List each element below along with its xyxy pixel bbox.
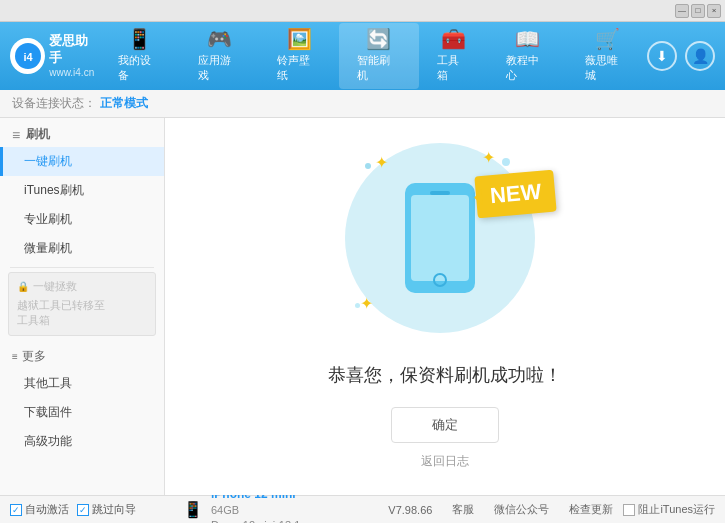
- device-storage: 64GB: [211, 503, 300, 518]
- auto-upgrade-cb-box: [10, 504, 22, 516]
- nav-right: ⬇ 👤: [647, 41, 715, 71]
- smart-flash-icon: 🔄: [366, 29, 391, 49]
- nav-mall-label: 薇思唯城: [585, 53, 629, 83]
- device-icon: 📱: [183, 500, 203, 519]
- skip-wizard-checkbox[interactable]: 跳过向导: [77, 502, 136, 517]
- sparkle-1: ✦: [375, 153, 388, 172]
- close-button[interactable]: ×: [707, 4, 721, 18]
- decorative-dot-2: [502, 158, 510, 166]
- sidebar: ≡ 刷机 一键刷机 iTunes刷机 专业刷机 微量刷机 🔒 一键拯救 越狱工具…: [0, 118, 165, 495]
- auto-upgrade-label: 自动激活: [25, 502, 69, 517]
- phone-illustration: NEW ✦ ✦ ✦: [345, 143, 545, 343]
- ringtones-icon: 🖼️: [287, 29, 312, 49]
- version-text: V7.98.66: [388, 504, 432, 516]
- phone-body: [405, 183, 475, 293]
- micro-flash-label: 微量刷机: [24, 241, 72, 255]
- user-button[interactable]: 👤: [685, 41, 715, 71]
- nav-toolbox[interactable]: 🧰 工具箱: [419, 23, 488, 89]
- device-model: Down-12mini-13,1: [211, 518, 300, 523]
- more-section-label: 更多: [22, 348, 46, 365]
- toolbox-icon: 🧰: [441, 29, 466, 49]
- skip-wizard-label: 跳过向导: [92, 502, 136, 517]
- sidebar-item-download-firmware[interactable]: 下载固件: [0, 398, 164, 427]
- advanced-label: 高级功能: [24, 434, 72, 448]
- sidebar-item-one-key-flash[interactable]: 一键刷机: [0, 147, 164, 176]
- download-button[interactable]: ⬇: [647, 41, 677, 71]
- no-itunes-checkbox[interactable]: [623, 504, 635, 516]
- itunes-flash-label: iTunes刷机: [24, 183, 84, 197]
- wechat-official-link[interactable]: 微信公众号: [494, 502, 549, 517]
- customer-service-link[interactable]: 客服: [452, 502, 474, 517]
- pro-flash-label: 专业刷机: [24, 212, 72, 226]
- app-logo: i4 爱思助手 www.i4.cn: [10, 33, 100, 80]
- nav-ringtones-label: 铃声壁纸: [277, 53, 321, 83]
- window-controls: — □ ×: [675, 4, 721, 18]
- phone-screen: [411, 195, 469, 281]
- nav-my-device[interactable]: 📱 我的设备: [100, 23, 180, 89]
- title-bar: — □ ×: [0, 0, 725, 22]
- sidebar-item-other-tools[interactable]: 其他工具: [0, 369, 164, 398]
- other-tools-label: 其他工具: [24, 376, 72, 390]
- flash-section-header: ≡ 刷机: [0, 118, 164, 147]
- new-badge: NEW: [474, 170, 557, 219]
- svg-text:i4: i4: [23, 51, 33, 63]
- no-itunes-section: 阻止iTunes运行: [623, 502, 715, 517]
- sparkle-2: ✦: [482, 148, 495, 167]
- bottom-right: V7.98.66 客服 微信公众号 检查更新: [388, 502, 613, 517]
- app-url: www.i4.cn: [49, 66, 100, 79]
- main-layout: ≡ 刷机 一键刷机 iTunes刷机 专业刷机 微量刷机 🔒 一键拯救 越狱工具…: [0, 118, 725, 495]
- nav-tutorial[interactable]: 📖 教程中心: [488, 23, 568, 89]
- more-section-header: ≡ 更多: [0, 340, 164, 369]
- maximize-button[interactable]: □: [691, 4, 705, 18]
- sidebar-item-pro-flash[interactable]: 专业刷机: [0, 205, 164, 234]
- sidebar-item-itunes-flash[interactable]: iTunes刷机: [0, 176, 164, 205]
- rescue-section: 🔒 一键拯救 越狱工具已转移至工具箱: [8, 272, 156, 336]
- nav-smart-flash-label: 智能刷机: [357, 53, 401, 83]
- nav-apps-label: 应用游戏: [198, 53, 242, 83]
- success-text: 恭喜您，保资料刷机成功啦！: [328, 363, 562, 387]
- app-name: 爱思助手: [49, 33, 100, 67]
- back-link[interactable]: 返回日志: [421, 453, 469, 470]
- bottom-left: 自动激活 跳过向导: [10, 502, 175, 517]
- minimize-button[interactable]: —: [675, 4, 689, 18]
- nav-items: 📱 我的设备 🎮 应用游戏 🖼️ 铃声壁纸 🔄 智能刷机 🧰 工具箱 📖 教程中…: [100, 23, 647, 89]
- more-section-icon: ≡: [12, 351, 18, 362]
- nav-smart-flash[interactable]: 🔄 智能刷机: [339, 23, 419, 89]
- phone-home-btn: [433, 273, 447, 287]
- status-bar: 设备连接状态： 正常模式: [0, 90, 725, 118]
- one-key-flash-label: 一键刷机: [24, 154, 72, 168]
- confirm-button[interactable]: 确定: [391, 407, 499, 443]
- top-nav: i4 爱思助手 www.i4.cn 📱 我的设备 🎮 应用游戏 🖼️ 铃声壁纸 …: [0, 22, 725, 90]
- no-itunes-label: 阻止iTunes运行: [638, 502, 715, 517]
- sidebar-item-advanced[interactable]: 高级功能: [0, 427, 164, 456]
- nav-toolbox-label: 工具箱: [437, 53, 470, 83]
- apps-icon: 🎮: [207, 29, 232, 49]
- connection-value: 正常模式: [100, 95, 148, 112]
- flash-section-icon: ≡: [12, 127, 20, 143]
- decorative-dot-1: [365, 163, 371, 169]
- mall-icon: 🛒: [595, 29, 620, 49]
- nav-tutorial-label: 教程中心: [506, 53, 550, 83]
- sidebar-item-micro-flash[interactable]: 微量刷机: [0, 234, 164, 263]
- content-area: NEW ✦ ✦ ✦ 恭喜您，保资料刷机成功啦！ 确定 返回日志: [165, 118, 725, 495]
- skip-wizard-cb-box: [77, 504, 89, 516]
- phone-notch-top: [430, 191, 450, 195]
- flash-section-label: 刷机: [26, 126, 50, 143]
- bottom-bar: 自动激活 跳过向导 📱 iPhone 12 mini 64GB Down-12m…: [0, 495, 725, 523]
- check-update-link[interactable]: 检查更新: [569, 502, 613, 517]
- nav-ringtones[interactable]: 🖼️ 铃声壁纸: [259, 23, 339, 89]
- rescue-label: 一键拯救: [33, 279, 77, 294]
- nav-apps[interactable]: 🎮 应用游戏: [180, 23, 260, 89]
- my-device-icon: 📱: [127, 29, 152, 49]
- nav-mall[interactable]: 🛒 薇思唯城: [567, 23, 647, 89]
- auto-upgrade-checkbox[interactable]: 自动激活: [10, 502, 69, 517]
- logo-icon: i4: [10, 38, 45, 74]
- connection-label: 设备连接状态：: [12, 95, 96, 112]
- rescue-note: 越狱工具已转移至工具箱: [17, 298, 147, 329]
- download-firmware-label: 下载固件: [24, 405, 72, 419]
- phone-circle: NEW ✦ ✦ ✦: [345, 143, 535, 333]
- sparkle-3: ✦: [360, 294, 373, 313]
- nav-my-device-label: 我的设备: [118, 53, 162, 83]
- sidebar-divider-1: [10, 267, 154, 268]
- tutorial-icon: 📖: [515, 29, 540, 49]
